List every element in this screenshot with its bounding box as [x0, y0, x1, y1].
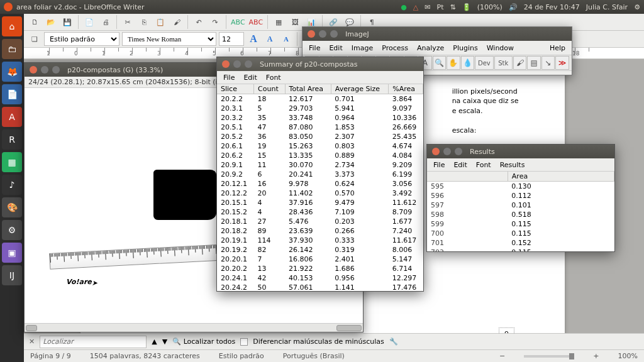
paste-button[interactable]: 📋	[153, 15, 167, 29]
styles-button[interactable]: ❏	[28, 32, 42, 46]
shrink-font-button[interactable]: A	[263, 32, 277, 46]
menu-image[interactable]: Image	[352, 44, 373, 52]
table-row[interactable]: 20.19.111437.9300.33311.617	[217, 236, 423, 245]
table-row[interactable]: 5980.518	[427, 210, 614, 219]
format-paint-button[interactable]: 🖌	[170, 15, 184, 29]
table-row[interactable]: 20.3.23533.7480.96410.336	[217, 113, 423, 123]
menu-plugins[interactable]: Plugins	[453, 44, 477, 52]
warning-icon[interactable]: △	[413, 3, 418, 11]
table-row[interactable]: 20.9.2620.2413.3736.199	[217, 170, 423, 179]
clock[interactable]: 24 de Fev 10:47	[524, 3, 580, 11]
close-icon[interactable]	[30, 66, 37, 74]
find-prev-button[interactable]: ▲	[152, 337, 157, 346]
menu-edit[interactable]: Edit	[243, 74, 257, 82]
undo-button[interactable]: ↶	[192, 15, 206, 29]
column-header[interactable]: Total Area	[285, 84, 331, 94]
table-row[interactable]: 20.19.28226.1420.3198.006	[217, 245, 423, 255]
menu-file[interactable]: File	[309, 44, 320, 52]
table-row[interactable]: 20.15.2428.4367.1098.709	[217, 207, 423, 217]
summary-titlebar[interactable]: Summary of p20-compostas	[217, 57, 423, 71]
imagej-titlebar[interactable]: ImageJ	[303, 27, 572, 41]
volume-icon[interactable]: 🔊	[509, 3, 518, 11]
column-header[interactable]: Area	[508, 172, 614, 182]
table-button[interactable]: ▦	[272, 15, 286, 29]
find-input[interactable]	[40, 336, 147, 348]
menu-help[interactable]: Help	[550, 44, 565, 52]
r-icon[interactable]: R	[2, 129, 22, 150]
cut-button[interactable]: ✂	[121, 15, 135, 29]
lang-indicator[interactable]: Pt	[437, 3, 444, 11]
menu-results[interactable]: Results	[500, 161, 525, 169]
print-button[interactable]: 🖨	[99, 15, 113, 29]
menu-window[interactable]: Window	[487, 44, 514, 52]
table-row[interactable]: 20.20.21321.9221.6866.714	[217, 264, 423, 273]
settings-icon[interactable]: ⚙	[2, 220, 22, 240]
maximize-icon[interactable]	[455, 148, 462, 155]
table-row[interactable]: 20.18.28923.6390.2667.240	[217, 226, 423, 236]
battery-icon[interactable]: 🔋	[462, 3, 471, 11]
grow-font-button[interactable]: A	[247, 32, 260, 46]
column-header[interactable]: Slice	[217, 84, 254, 94]
menu-edit[interactable]: Edit	[453, 161, 467, 169]
slice-scrollbar[interactable]	[25, 323, 363, 332]
summary-table[interactable]: SliceCountTotal AreaAverage Size%Area20.…	[217, 84, 423, 291]
dev-menu[interactable]: Dev	[475, 56, 493, 70]
network-icon[interactable]: ⇅	[450, 3, 456, 11]
table-row[interactable]: 20.15.1437.9169.47911.612	[217, 198, 423, 207]
minimize-icon[interactable]	[443, 148, 451, 155]
autocheck-button[interactable]: ABC	[248, 15, 264, 29]
font-size-input[interactable]	[219, 32, 244, 46]
dash-icon[interactable]: ⌂	[2, 16, 22, 36]
new-doc-button[interactable]: 🗋	[28, 15, 42, 29]
table-row[interactable]: 20.24.14240.1530.95612.297	[217, 273, 423, 283]
results-table[interactable]: Area5950.1305960.1125970.1015980.5185990…	[427, 171, 614, 251]
spotify-icon[interactable]: ●	[401, 3, 407, 11]
table-row[interactable]: 20.12.1169.9780.6243.056	[217, 179, 423, 189]
match-case-checkbox[interactable]	[240, 338, 248, 346]
hand-tool[interactable]: ✋	[447, 56, 460, 70]
table-row[interactable]: 20.12.22011.4020.5703.492	[217, 189, 423, 198]
results-titlebar[interactable]: Results	[427, 145, 614, 158]
menu-process[interactable]: Process	[382, 44, 408, 52]
maximize-icon[interactable]	[245, 60, 252, 68]
find-options-button[interactable]: 🔧	[389, 337, 398, 346]
column-header[interactable]: Count	[254, 84, 286, 94]
table-row[interactable]: 20.24.25057.0611.14117.476	[217, 283, 423, 291]
close-findbar-button[interactable]: ✕	[29, 337, 35, 346]
maximize-icon[interactable]	[330, 30, 338, 38]
calc-icon[interactable]: ▦	[2, 152, 22, 172]
terminal-icon[interactable]: ▣	[2, 243, 22, 263]
table-row[interactable]: 20.18.1275.4760.2031.677	[217, 217, 423, 226]
table-row[interactable]: 20.5.14787.0801.85326.669	[217, 123, 423, 132]
font-name-select[interactable]: Times New Roman	[122, 32, 216, 46]
menu-font[interactable]: Font	[266, 74, 281, 82]
table-row[interactable]: 7020.115	[427, 248, 614, 251]
open-button[interactable]: 📂	[44, 15, 58, 29]
minimize-icon[interactable]	[41, 66, 48, 74]
minimize-icon[interactable]	[319, 30, 326, 38]
smallcaps-button[interactable]: A	[279, 32, 293, 46]
menu-font[interactable]: Font	[476, 161, 491, 169]
more-tools[interactable]: ≫	[555, 56, 569, 70]
table-row[interactable]: 5950.130	[427, 182, 614, 192]
gear-icon[interactable]: ⚙	[634, 3, 640, 11]
menu-edit[interactable]: Edit	[329, 44, 342, 52]
column-header[interactable]: %Area	[389, 84, 423, 94]
table-row[interactable]: 20.20.1716.8062.4015.147	[217, 255, 423, 264]
lut-tool[interactable]: ▤	[527, 56, 541, 70]
table-row[interactable]: 20.6.11915.2630.8034.674	[217, 141, 423, 151]
zoom-slider[interactable]	[524, 355, 574, 358]
copy-button[interactable]: ⎘	[137, 15, 151, 29]
dropper-tool[interactable]: 💧	[461, 56, 475, 70]
spellcheck-button[interactable]: ABC	[230, 15, 246, 29]
imagej-icon[interactable]: IJ	[2, 265, 22, 285]
table-row[interactable]: 5970.101	[427, 200, 614, 210]
menu-file[interactable]: File	[433, 161, 445, 169]
table-row[interactable]: 7000.115	[427, 229, 614, 238]
stk-menu[interactable]: Stk	[494, 56, 513, 70]
zoom-in-button[interactable]: +	[593, 352, 599, 360]
table-row[interactable]: 7010.152	[427, 238, 614, 248]
table-row[interactable]: 20.6.21513.3350.8894.084	[217, 151, 423, 160]
table-row[interactable]: 20.2.21812.6170.7013.864	[217, 94, 423, 104]
files-icon[interactable]: 🗀	[2, 39, 22, 59]
